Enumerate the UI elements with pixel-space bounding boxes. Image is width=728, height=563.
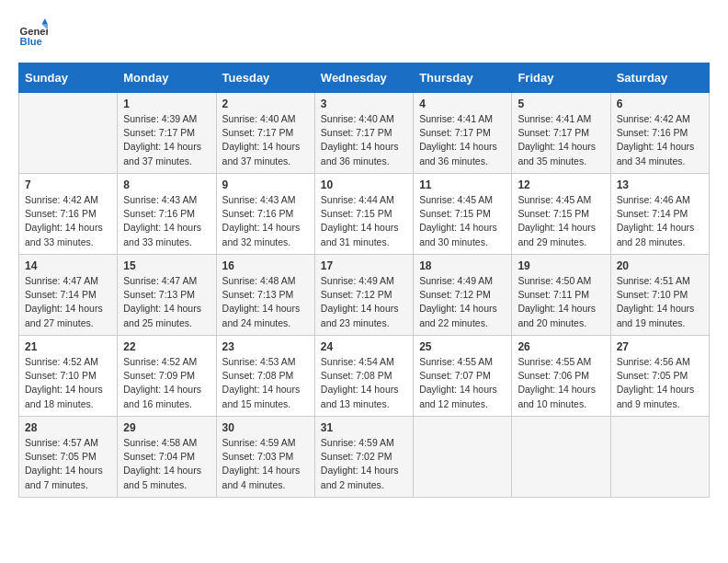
day-number: 28 — [25, 421, 111, 434]
day-number: 18 — [419, 259, 506, 272]
sunrise-text: Sunrise: 4:41 AM — [518, 113, 591, 124]
sunrise-text: Sunrise: 4:45 AM — [518, 194, 591, 205]
day-number: 23 — [222, 340, 309, 353]
calendar-cell: 12Sunrise: 4:45 AMSunset: 7:15 PMDayligh… — [512, 174, 610, 255]
sunset-text: Sunset: 7:08 PM — [222, 370, 294, 381]
sunset-text: Sunset: 7:15 PM — [419, 208, 491, 219]
sunset-text: Sunset: 7:12 PM — [321, 289, 392, 300]
daylight-text: Daylight: 14 hours and 7 minutes. — [25, 465, 103, 489]
sunset-text: Sunset: 7:16 PM — [25, 208, 97, 219]
day-number: 17 — [321, 259, 407, 272]
sunrise-text: Sunrise: 4:49 AM — [419, 275, 493, 286]
sunrise-text: Sunrise: 4:51 AM — [617, 275, 690, 286]
daylight-text: Daylight: 14 hours and 31 minutes. — [321, 222, 399, 247]
day-number: 27 — [617, 340, 703, 353]
daylight-text: Daylight: 14 hours and 2 minutes. — [321, 465, 399, 489]
calendar-cell: 22Sunrise: 4:52 AMSunset: 7:09 PMDayligh… — [118, 336, 216, 417]
sunset-text: Sunset: 7:17 PM — [419, 127, 491, 138]
sunrise-text: Sunrise: 4:39 AM — [123, 113, 197, 124]
sunset-text: Sunset: 7:16 PM — [222, 208, 294, 219]
sunrise-text: Sunrise: 4:40 AM — [321, 113, 394, 124]
calendar-cell: 21Sunrise: 4:52 AMSunset: 7:10 PMDayligh… — [19, 336, 118, 417]
sunrise-text: Sunrise: 4:59 AM — [321, 437, 394, 448]
day-number: 22 — [123, 340, 210, 353]
day-number: 4 — [419, 98, 506, 110]
daylight-text: Daylight: 14 hours and 18 minutes. — [25, 384, 103, 408]
column-header-saturday: Saturday — [610, 63, 709, 93]
sunrise-text: Sunrise: 4:55 AM — [419, 356, 493, 367]
calendar-cell: 11Sunrise: 4:45 AMSunset: 7:15 PMDayligh… — [414, 174, 512, 255]
day-info: Sunrise: 4:51 AMSunset: 7:10 PMDaylight:… — [617, 274, 703, 330]
sunrise-text: Sunrise: 4:57 AM — [25, 437, 98, 448]
calendar-cell: 15Sunrise: 4:47 AMSunset: 7:13 PMDayligh… — [118, 255, 216, 336]
calendar-cell: 20Sunrise: 4:51 AMSunset: 7:10 PMDayligh… — [610, 255, 709, 336]
calendar-cell: 30Sunrise: 4:59 AMSunset: 7:03 PMDayligh… — [216, 417, 314, 498]
day-number: 15 — [123, 259, 210, 272]
calendar-cell — [512, 417, 610, 498]
daylight-text: Daylight: 14 hours and 36 minutes. — [321, 141, 399, 166]
sunset-text: Sunset: 7:02 PM — [321, 451, 392, 462]
day-number: 6 — [617, 98, 703, 110]
day-number: 29 — [123, 421, 210, 434]
daylight-text: Daylight: 14 hours and 32 minutes. — [222, 222, 301, 247]
sunrise-text: Sunrise: 4:40 AM — [222, 113, 296, 124]
calendar-cell: 3Sunrise: 4:40 AMSunset: 7:17 PMDaylight… — [314, 93, 413, 174]
daylight-text: Daylight: 14 hours and 37 minutes. — [123, 141, 201, 166]
column-header-monday: Monday — [118, 63, 216, 93]
day-number: 25 — [419, 340, 506, 353]
day-info: Sunrise: 4:47 AMSunset: 7:13 PMDaylight:… — [123, 274, 210, 330]
sunset-text: Sunset: 7:17 PM — [222, 127, 294, 138]
day-number: 7 — [25, 178, 111, 191]
calendar-cell: 9Sunrise: 4:43 AMSunset: 7:16 PMDaylight… — [216, 174, 314, 255]
day-info: Sunrise: 4:43 AMSunset: 7:16 PMDaylight:… — [123, 193, 210, 249]
calendar-cell: 14Sunrise: 4:47 AMSunset: 7:14 PMDayligh… — [19, 255, 118, 336]
day-number: 14 — [25, 259, 111, 272]
day-number: 16 — [222, 259, 309, 272]
calendar-cell: 23Sunrise: 4:53 AMSunset: 7:08 PMDayligh… — [216, 336, 314, 417]
sunrise-text: Sunrise: 4:42 AM — [25, 194, 98, 205]
sunrise-text: Sunrise: 4:42 AM — [617, 113, 690, 124]
daylight-text: Daylight: 14 hours and 29 minutes. — [518, 222, 596, 247]
daylight-text: Daylight: 14 hours and 20 minutes. — [518, 303, 596, 327]
calendar-cell — [414, 417, 512, 498]
day-info: Sunrise: 4:54 AMSunset: 7:08 PMDaylight:… — [321, 355, 407, 411]
logo: General Blue — [18, 18, 48, 48]
sunset-text: Sunset: 7:10 PM — [25, 370, 97, 381]
day-info: Sunrise: 4:40 AMSunset: 7:17 PMDaylight:… — [321, 112, 407, 168]
day-number: 12 — [518, 178, 604, 191]
day-info: Sunrise: 4:56 AMSunset: 7:05 PMDaylight:… — [617, 355, 703, 411]
daylight-text: Daylight: 14 hours and 24 minutes. — [222, 303, 301, 327]
day-info: Sunrise: 4:44 AMSunset: 7:15 PMDaylight:… — [321, 193, 407, 249]
day-number: 3 — [321, 98, 407, 110]
sunrise-text: Sunrise: 4:54 AM — [321, 356, 394, 367]
daylight-text: Daylight: 14 hours and 22 minutes. — [419, 303, 497, 327]
day-info: Sunrise: 4:49 AMSunset: 7:12 PMDaylight:… — [321, 274, 407, 330]
day-info: Sunrise: 4:47 AMSunset: 7:14 PMDaylight:… — [25, 274, 111, 330]
sunset-text: Sunset: 7:10 PM — [617, 289, 688, 300]
calendar-cell: 25Sunrise: 4:55 AMSunset: 7:07 PMDayligh… — [414, 336, 512, 417]
day-info: Sunrise: 4:59 AMSunset: 7:03 PMDaylight:… — [222, 436, 309, 492]
day-number: 1 — [123, 98, 210, 110]
sunset-text: Sunset: 7:15 PM — [321, 208, 392, 219]
sunrise-text: Sunrise: 4:56 AM — [617, 356, 690, 367]
sunrise-text: Sunrise: 4:52 AM — [25, 356, 98, 367]
sunset-text: Sunset: 7:05 PM — [617, 370, 688, 381]
calendar-week-row: 28Sunrise: 4:57 AMSunset: 7:05 PMDayligh… — [19, 417, 710, 498]
daylight-text: Daylight: 14 hours and 23 minutes. — [321, 303, 399, 327]
daylight-text: Daylight: 14 hours and 30 minutes. — [419, 222, 497, 247]
svg-marker-2 — [42, 18, 48, 24]
sunrise-text: Sunrise: 4:59 AM — [222, 437, 296, 448]
calendar-cell: 29Sunrise: 4:58 AMSunset: 7:04 PMDayligh… — [118, 417, 216, 498]
day-info: Sunrise: 4:55 AMSunset: 7:06 PMDaylight:… — [518, 355, 604, 411]
calendar-cell: 13Sunrise: 4:46 AMSunset: 7:14 PMDayligh… — [610, 174, 709, 255]
svg-text:General: General — [20, 26, 48, 37]
sunset-text: Sunset: 7:03 PM — [222, 451, 294, 462]
calendar-cell: 28Sunrise: 4:57 AMSunset: 7:05 PMDayligh… — [19, 417, 118, 498]
day-number: 9 — [222, 178, 309, 191]
sunset-text: Sunset: 7:13 PM — [222, 289, 294, 300]
day-info: Sunrise: 4:59 AMSunset: 7:02 PMDaylight:… — [321, 436, 407, 492]
day-number: 2 — [222, 98, 309, 110]
day-info: Sunrise: 4:52 AMSunset: 7:09 PMDaylight:… — [123, 355, 210, 411]
day-number: 30 — [222, 421, 309, 434]
day-number: 24 — [321, 340, 407, 353]
